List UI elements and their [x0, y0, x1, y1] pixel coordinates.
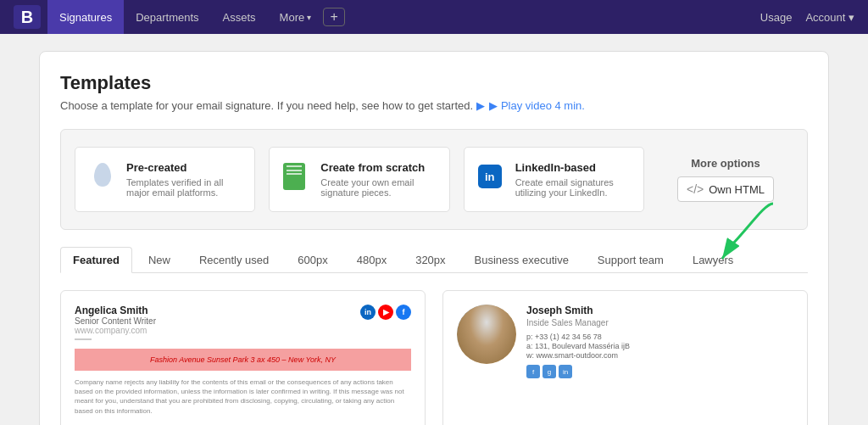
- play-video-link[interactable]: ▶ ▶ Play video 4 min.: [476, 99, 585, 112]
- scratch-title: Create from scratch: [320, 161, 435, 174]
- page-subtitle: Choose a template for your email signatu…: [60, 99, 808, 112]
- nav-usage[interactable]: Usage: [760, 11, 793, 24]
- sig-joseph-avatar: [457, 305, 516, 364]
- tab-320px[interactable]: 320px: [403, 247, 458, 273]
- pre-created-icon: [89, 161, 116, 193]
- nav-account[interactable]: Account ▾: [805, 11, 854, 24]
- scratch-text: Create from scratch Create your own emai…: [320, 161, 435, 198]
- social-linkedin-icon: in: [360, 305, 376, 320]
- tab-lawyers[interactable]: Lawyers: [680, 247, 746, 273]
- code-icon: </>: [687, 182, 704, 196]
- sig-joseph-socials: f g in: [526, 365, 793, 378]
- nav-right: Usage Account ▾: [760, 11, 854, 24]
- sig-angelica-disclaimer: Company name rejects any liability for t…: [75, 377, 411, 416]
- sig-angelica-socials: in ▶ f: [360, 305, 411, 320]
- card-joseph-body: Joseph Smith Inside Sales Manager p: +33…: [443, 291, 807, 392]
- scratch-desc: Create your own email signature pieces.: [320, 177, 435, 198]
- doc-icon: [283, 163, 305, 190]
- linkedin-title: LinkedIn-based: [515, 161, 630, 174]
- sig-angelica-company: www.company.com: [75, 326, 156, 335]
- template-card-angelica[interactable]: Angelica Smith Senior Content Writer www…: [60, 290, 426, 425]
- sig-angelica-banner: Fashion Avenue Sunset Park 3 ax 450 – Ne…: [75, 349, 411, 371]
- sig-joseph-address: a: 131, Boulevard Masséria ijB: [526, 342, 793, 350]
- sig-joseph-website: w: www.smart-outdoor.com: [526, 351, 793, 360]
- sig-joseph-info: Joseph Smith Inside Sales Manager p: +33…: [526, 305, 793, 378]
- sig-joseph-phone: p: +33 (1) 42 34 56 78: [526, 333, 793, 341]
- navbar: B Signatures Departments Assets More ▾ +…: [0, 0, 868, 34]
- sig-joseph-name: Joseph Smith: [526, 305, 793, 316]
- own-html-button[interactable]: </> Own HTML: [677, 176, 774, 202]
- template-options-container: Pre-created Templates verified in all ma…: [60, 129, 808, 230]
- more-options-container: More options </> Own HTML: [658, 147, 793, 212]
- nav-plus-button[interactable]: +: [323, 8, 345, 26]
- pre-created-title: Pre-created: [126, 161, 241, 174]
- own-html-label: Own HTML: [709, 183, 765, 196]
- pre-created-text: Pre-created Templates verified in all ma…: [126, 161, 241, 198]
- main-content: Templates Choose a template for your ema…: [19, 34, 849, 425]
- sig-joseph-title: Inside Sales Manager: [526, 318, 793, 327]
- sig-angelica-header: Angelica Smith Senior Content Writer www…: [75, 305, 411, 344]
- template-option-scratch[interactable]: Create from scratch Create your own emai…: [269, 147, 449, 212]
- social-joseph-in: in: [559, 365, 572, 378]
- page-title: Templates: [60, 72, 808, 94]
- more-options-title: More options: [691, 157, 760, 170]
- play-icon: ▶: [476, 99, 485, 112]
- tab-480px[interactable]: 480px: [344, 247, 399, 273]
- tab-new[interactable]: New: [136, 247, 183, 273]
- nav-assets[interactable]: Assets: [211, 0, 268, 34]
- linkedin-text: LinkedIn-based Create email signatures u…: [515, 161, 630, 198]
- social-youtube-icon: ▶: [378, 305, 393, 320]
- brand-logo: B: [14, 5, 41, 29]
- card-angelica-body: Angelica Smith Senior Content Writer www…: [61, 291, 425, 425]
- drop-icon: [94, 163, 111, 187]
- tab-business-executive[interactable]: Business executive: [462, 247, 581, 273]
- tabs-container: Featured New Recently used 600px 480px 3…: [60, 247, 808, 273]
- nav-signatures[interactable]: Signatures: [47, 0, 124, 34]
- tab-600px[interactable]: 600px: [285, 247, 340, 273]
- tab-featured[interactable]: Featured: [60, 247, 132, 273]
- social-joseph-g: g: [542, 365, 556, 378]
- template-cards: Angelica Smith Senior Content Writer www…: [60, 290, 808, 425]
- template-card-joseph[interactable]: Joseph Smith Inside Sales Manager p: +33…: [442, 290, 808, 425]
- sig-angelica-info: Angelica Smith Senior Content Writer www…: [75, 305, 156, 344]
- sig-angelica-name: Angelica Smith: [75, 305, 156, 316]
- pre-created-desc: Templates verified in all major email pl…: [126, 177, 241, 198]
- template-option-pre-created[interactable]: Pre-created Templates verified in all ma…: [75, 147, 255, 212]
- nav-links: Signatures Departments Assets More ▾ +: [47, 0, 760, 34]
- scratch-icon: [283, 161, 310, 193]
- tab-recently-used[interactable]: Recently used: [186, 247, 281, 273]
- sig-angelica-divider: [75, 338, 92, 340]
- nav-departments[interactable]: Departments: [124, 0, 210, 34]
- avatar-image: [457, 305, 516, 364]
- template-option-linkedin[interactable]: in LinkedIn-based Create email signature…: [464, 147, 644, 212]
- tab-support-team[interactable]: Support team: [585, 247, 676, 273]
- sig-angelica-title: Senior Content Writer: [75, 316, 156, 326]
- social-joseph-fb: f: [526, 365, 540, 378]
- linkedin-desc: Create email signatures utilizing your L…: [515, 177, 630, 198]
- nav-more[interactable]: More ▾: [268, 0, 324, 34]
- linkedin-logo: in: [478, 165, 502, 188]
- linkedin-icon: in: [478, 161, 505, 193]
- content-box: Templates Choose a template for your ema…: [39, 51, 829, 425]
- social-facebook-icon: f: [396, 305, 411, 320]
